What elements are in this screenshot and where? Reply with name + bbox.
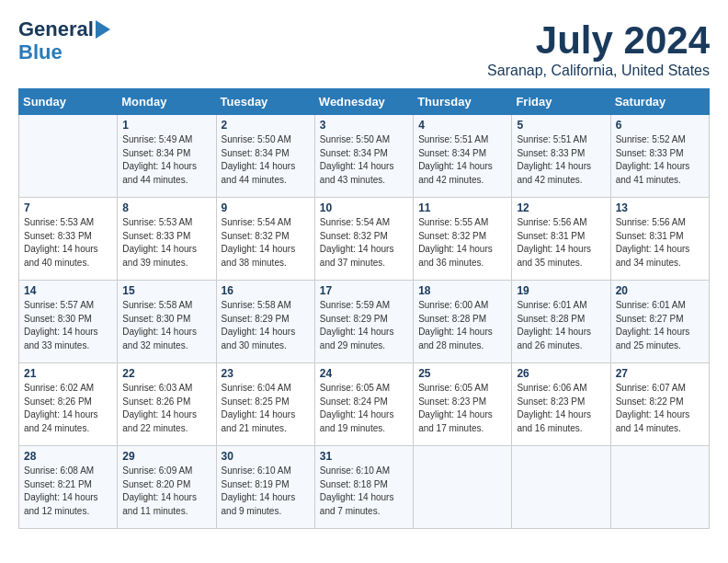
column-header-wednesday: Wednesday — [314, 89, 413, 115]
day-number: 19 — [517, 284, 605, 297]
day-number: 11 — [418, 201, 506, 214]
day-info: Sunrise: 5:53 AM Sunset: 8:33 PM Dayligh… — [122, 217, 197, 268]
calendar-cell: 31Sunrise: 6:10 AM Sunset: 8:18 PM Dayli… — [314, 446, 413, 529]
calendar-week-2: 7Sunrise: 5:53 AM Sunset: 8:33 PM Daylig… — [19, 198, 710, 281]
day-info: Sunrise: 6:01 AM Sunset: 8:28 PM Dayligh… — [517, 300, 591, 350]
column-header-tuesday: Tuesday — [216, 89, 314, 115]
column-header-thursday: Thursday — [414, 89, 512, 115]
day-info: Sunrise: 5:59 AM Sunset: 8:29 PM Dayligh… — [320, 300, 394, 350]
day-number: 9 — [222, 201, 310, 214]
calendar-cell: 23Sunrise: 6:04 AM Sunset: 8:25 PM Dayli… — [216, 363, 314, 446]
day-number: 24 — [320, 367, 408, 380]
day-info: Sunrise: 6:04 AM Sunset: 8:25 PM Dayligh… — [222, 383, 296, 433]
day-number: 8 — [122, 201, 210, 214]
logo: General Blue — [18, 18, 110, 64]
day-info: Sunrise: 5:58 AM Sunset: 8:29 PM Dayligh… — [222, 300, 296, 350]
day-number: 25 — [418, 367, 506, 380]
day-info: Sunrise: 6:10 AM Sunset: 8:19 PM Dayligh… — [222, 465, 296, 516]
calendar-cell: 5Sunrise: 5:51 AM Sunset: 8:33 PM Daylig… — [512, 115, 610, 198]
logo-text-blue: Blue — [18, 40, 63, 64]
day-info: Sunrise: 5:54 AM Sunset: 8:32 PM Dayligh… — [222, 217, 296, 268]
day-number: 15 — [122, 284, 210, 297]
calendar-table: SundayMondayTuesdayWednesdayThursdayFrid… — [18, 88, 710, 529]
day-number: 10 — [320, 201, 408, 214]
day-info: Sunrise: 5:56 AM Sunset: 8:31 PM Dayligh… — [517, 217, 591, 268]
calendar-cell: 12Sunrise: 5:56 AM Sunset: 8:31 PM Dayli… — [512, 198, 610, 281]
calendar-cell: 19Sunrise: 6:01 AM Sunset: 8:28 PM Dayli… — [512, 281, 610, 363]
column-header-monday: Monday — [118, 89, 216, 115]
calendar-cell: 16Sunrise: 5:58 AM Sunset: 8:29 PM Dayli… — [216, 281, 314, 363]
calendar-cell: 2Sunrise: 5:50 AM Sunset: 8:34 PM Daylig… — [216, 115, 314, 198]
calendar-cell: 22Sunrise: 6:03 AM Sunset: 8:26 PM Dayli… — [118, 363, 216, 446]
day-number: 26 — [517, 367, 605, 380]
calendar-cell: 1Sunrise: 5:49 AM Sunset: 8:34 PM Daylig… — [118, 115, 216, 198]
day-info: Sunrise: 5:50 AM Sunset: 8:34 PM Dayligh… — [222, 134, 296, 185]
day-info: Sunrise: 6:03 AM Sunset: 8:26 PM Dayligh… — [122, 383, 197, 433]
calendar-cell: 20Sunrise: 6:01 AM Sunset: 8:27 PM Dayli… — [610, 281, 709, 363]
day-info: Sunrise: 6:05 AM Sunset: 8:24 PM Dayligh… — [320, 383, 394, 433]
calendar-cell: 3Sunrise: 5:50 AM Sunset: 8:34 PM Daylig… — [314, 115, 413, 198]
day-number: 21 — [24, 367, 112, 380]
calendar-cell: 21Sunrise: 6:02 AM Sunset: 8:26 PM Dayli… — [19, 363, 118, 446]
calendar-cell: 15Sunrise: 5:58 AM Sunset: 8:30 PM Dayli… — [118, 281, 216, 363]
day-info: Sunrise: 5:51 AM Sunset: 8:33 PM Dayligh… — [517, 134, 591, 185]
calendar-cell: 9Sunrise: 5:54 AM Sunset: 8:32 PM Daylig… — [216, 198, 314, 281]
main-title: July 2024 — [487, 18, 710, 63]
calendar-cell: 6Sunrise: 5:52 AM Sunset: 8:33 PM Daylig… — [610, 115, 709, 198]
calendar-week-1: 1Sunrise: 5:49 AM Sunset: 8:34 PM Daylig… — [19, 115, 710, 198]
day-info: Sunrise: 6:06 AM Sunset: 8:23 PM Dayligh… — [517, 383, 591, 433]
day-number: 30 — [222, 450, 310, 463]
day-info: Sunrise: 5:51 AM Sunset: 8:34 PM Dayligh… — [418, 134, 493, 185]
title-area: July 2024 Saranap, California, United St… — [487, 18, 710, 79]
day-info: Sunrise: 6:00 AM Sunset: 8:28 PM Dayligh… — [418, 300, 493, 350]
calendar-cell: 14Sunrise: 5:57 AM Sunset: 8:30 PM Dayli… — [19, 281, 118, 363]
day-info: Sunrise: 5:52 AM Sunset: 8:33 PM Dayligh… — [616, 134, 690, 185]
day-number: 23 — [222, 367, 310, 380]
calendar-cell: 24Sunrise: 6:05 AM Sunset: 8:24 PM Dayli… — [314, 363, 413, 446]
day-info: Sunrise: 6:02 AM Sunset: 8:26 PM Dayligh… — [24, 383, 98, 433]
day-number: 12 — [517, 201, 605, 214]
day-info: Sunrise: 5:57 AM Sunset: 8:30 PM Dayligh… — [24, 300, 98, 350]
calendar-cell — [19, 115, 118, 198]
calendar-cell — [610, 446, 709, 529]
calendar-cell: 7Sunrise: 5:53 AM Sunset: 8:33 PM Daylig… — [19, 198, 118, 281]
day-info: Sunrise: 6:08 AM Sunset: 8:21 PM Dayligh… — [24, 465, 98, 516]
column-header-friday: Friday — [512, 89, 610, 115]
day-number: 31 — [320, 450, 408, 463]
day-number: 14 — [24, 284, 112, 297]
day-number: 1 — [122, 119, 210, 132]
calendar-cell: 26Sunrise: 6:06 AM Sunset: 8:23 PM Dayli… — [512, 363, 610, 446]
day-number: 13 — [616, 201, 704, 214]
calendar-cell: 13Sunrise: 5:56 AM Sunset: 8:31 PM Dayli… — [610, 198, 709, 281]
day-number: 5 — [517, 119, 605, 132]
day-info: Sunrise: 6:01 AM Sunset: 8:27 PM Dayligh… — [616, 300, 690, 350]
day-info: Sunrise: 6:07 AM Sunset: 8:22 PM Dayligh… — [616, 383, 690, 433]
logo-text-general: General — [18, 18, 94, 40]
calendar-cell — [414, 446, 512, 529]
day-info: Sunrise: 6:05 AM Sunset: 8:23 PM Dayligh… — [418, 383, 493, 433]
page-header: General Blue July 2024 Saranap, Californ… — [18, 18, 710, 79]
column-header-saturday: Saturday — [610, 89, 709, 115]
calendar-cell: 27Sunrise: 6:07 AM Sunset: 8:22 PM Dayli… — [610, 363, 709, 446]
day-info: Sunrise: 6:09 AM Sunset: 8:20 PM Dayligh… — [122, 465, 197, 516]
calendar-cell: 4Sunrise: 5:51 AM Sunset: 8:34 PM Daylig… — [414, 115, 512, 198]
day-number: 20 — [616, 284, 704, 297]
day-info: Sunrise: 5:53 AM Sunset: 8:33 PM Dayligh… — [24, 217, 98, 268]
calendar-cell: 29Sunrise: 6:09 AM Sunset: 8:20 PM Dayli… — [118, 446, 216, 529]
day-number: 2 — [222, 119, 310, 132]
calendar-cell: 10Sunrise: 5:54 AM Sunset: 8:32 PM Dayli… — [314, 198, 413, 281]
calendar-cell: 8Sunrise: 5:53 AM Sunset: 8:33 PM Daylig… — [118, 198, 216, 281]
day-number: 16 — [222, 284, 310, 297]
day-number: 3 — [320, 119, 408, 132]
calendar-cell — [512, 446, 610, 529]
calendar-cell: 17Sunrise: 5:59 AM Sunset: 8:29 PM Dayli… — [314, 281, 413, 363]
day-number: 6 — [616, 119, 704, 132]
day-number: 27 — [616, 367, 704, 380]
day-number: 7 — [24, 201, 112, 214]
day-info: Sunrise: 5:49 AM Sunset: 8:34 PM Dayligh… — [122, 134, 197, 185]
calendar-cell: 28Sunrise: 6:08 AM Sunset: 8:21 PM Dayli… — [19, 446, 118, 529]
day-info: Sunrise: 6:10 AM Sunset: 8:18 PM Dayligh… — [320, 465, 394, 516]
day-info: Sunrise: 5:54 AM Sunset: 8:32 PM Dayligh… — [320, 217, 394, 268]
calendar-cell: 18Sunrise: 6:00 AM Sunset: 8:28 PM Dayli… — [414, 281, 512, 363]
calendar-cell: 11Sunrise: 5:55 AM Sunset: 8:32 PM Dayli… — [414, 198, 512, 281]
